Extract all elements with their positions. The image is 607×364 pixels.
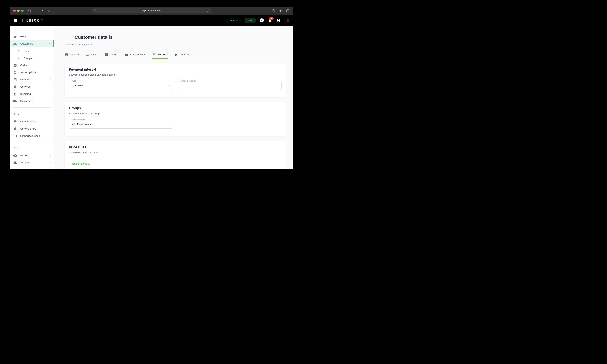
sidebar-item-embedded-shop[interactable]: Embedded Shop bbox=[10, 132, 54, 140]
field-label: Select groups bbox=[71, 118, 86, 121]
orders-icon bbox=[13, 64, 17, 67]
logo-text: ENTORIT bbox=[26, 18, 43, 22]
subscriptions-icon bbox=[124, 53, 128, 56]
tabs-overview-icon[interactable] bbox=[286, 9, 290, 13]
sidebar-item-service-shop[interactable]: Service Shop bbox=[10, 125, 54, 132]
sidebar-item-label: Support bbox=[20, 161, 29, 164]
services-icon bbox=[13, 85, 17, 89]
minimize-button[interactable] bbox=[17, 10, 20, 12]
reader-icon[interactable] bbox=[94, 9, 97, 13]
sidebar-toggle-icon[interactable] bbox=[27, 9, 31, 13]
tab-orders[interactable]: Orders bbox=[105, 53, 118, 59]
payment-interval-input[interactable]: Payment interval 1 bbox=[177, 81, 282, 90]
app-body: Home Customers Users Groups Orders $ bbox=[10, 26, 293, 169]
sidebar-section-shop: SHOP bbox=[10, 113, 54, 115]
page-title: Customer details bbox=[75, 35, 113, 40]
tab-featured[interactable]: Featured bbox=[174, 53, 190, 59]
chevron-right-icon bbox=[49, 100, 51, 102]
demo-badge: DEMO bbox=[245, 18, 255, 23]
groups-card: Groups Add customer to any group Select … bbox=[65, 102, 286, 136]
tab-subscriptions[interactable]: Subscriptions bbox=[124, 53, 146, 59]
breadcrumb-separator-icon bbox=[79, 44, 80, 45]
tab-settings[interactable]: Settings bbox=[152, 53, 168, 59]
card-description: Add customer to any group bbox=[69, 112, 282, 115]
window-controls bbox=[13, 10, 24, 12]
clipboard-check-icon bbox=[105, 53, 108, 56]
menu-icon[interactable] bbox=[14, 19, 17, 22]
dropdown-chevron-icon bbox=[168, 123, 171, 126]
bell-icon[interactable]: 2 bbox=[268, 18, 272, 23]
tab-bar: General Users Orders Subscriptions Setti… bbox=[65, 53, 286, 59]
sidebar-item-label: Embedded Shop bbox=[20, 134, 40, 137]
field-value: In arrears bbox=[72, 84, 84, 87]
chevron-down-icon[interactable] bbox=[33, 9, 35, 13]
sidebar-item-label: Users bbox=[24, 50, 30, 52]
sidebar-item-services[interactable]: Services bbox=[10, 83, 54, 90]
sidebar-item-home[interactable]: Home bbox=[10, 33, 54, 40]
support-icon bbox=[13, 161, 17, 164]
centorit-c-network-icon bbox=[22, 18, 26, 23]
sidebar-item-deliveries[interactable]: Deliveries bbox=[10, 97, 54, 105]
tab-users[interactable]: Users bbox=[86, 53, 98, 59]
sidebar-item-users[interactable]: Users bbox=[10, 47, 54, 54]
header-actions: CentorIT DEMO ? 2 bbox=[226, 18, 289, 23]
breadcrumb-parent[interactable]: Customers bbox=[65, 43, 77, 46]
sidebar-item-groups[interactable]: Groups bbox=[10, 54, 54, 62]
sidebar-item-customers[interactable]: Customers bbox=[10, 40, 54, 47]
forward-icon[interactable] bbox=[47, 9, 51, 13]
sidebar-item-label: Orders bbox=[20, 64, 28, 67]
back-button[interactable] bbox=[65, 36, 68, 39]
close-button[interactable] bbox=[13, 10, 16, 12]
chevron-down-icon bbox=[49, 42, 52, 45]
payment-interval-card: Payment interval Set your desired defaul… bbox=[65, 63, 286, 97]
sidebar-item-product-shop[interactable]: Product Shop bbox=[10, 118, 54, 125]
chevron-right-icon bbox=[49, 64, 51, 66]
sidebar-item-products[interactable]: Products bbox=[10, 76, 54, 83]
reload-icon[interactable] bbox=[206, 9, 209, 13]
type-select[interactable]: Type In arrears bbox=[69, 81, 173, 90]
browser-toolbar: app.zaveitdemo.io bbox=[10, 7, 293, 15]
sidebar-item-label: Subscriptions bbox=[20, 71, 36, 74]
sidebar-item-label: Backup bbox=[20, 154, 29, 157]
sidebar-item-invoicing[interactable]: Invoicing bbox=[10, 90, 54, 97]
field-value: 1 bbox=[180, 84, 182, 87]
zoom-button[interactable] bbox=[21, 10, 24, 12]
sidebar-divider bbox=[13, 142, 51, 143]
sidebar-section-apps: APPS bbox=[10, 146, 54, 149]
org-badge[interactable]: CentorIT bbox=[226, 18, 241, 23]
product-shop-icon bbox=[13, 120, 17, 123]
star-icon bbox=[174, 53, 178, 56]
chevron-right-icon bbox=[49, 78, 51, 81]
customers-icon bbox=[13, 42, 17, 46]
svg-text:$: $ bbox=[15, 72, 15, 73]
subscriptions-icon: $ bbox=[13, 71, 17, 74]
help-icon[interactable]: ? bbox=[259, 18, 264, 23]
sidebar-item-orders[interactable]: Orders bbox=[10, 62, 54, 69]
panel-right-icon[interactable] bbox=[285, 18, 289, 23]
add-price-rule-label: Add price rule bbox=[72, 162, 90, 165]
add-price-rule-button[interactable]: + Add price rule bbox=[69, 162, 90, 165]
sidebar-item-label: Services bbox=[20, 85, 30, 88]
sidebar-item-support[interactable]: Support bbox=[10, 159, 54, 166]
app-logo: ENTORIT bbox=[22, 18, 43, 23]
address-bar[interactable]: app.zaveitdemo.io bbox=[92, 8, 211, 13]
app-header: ENTORIT CentorIT DEMO ? 2 bbox=[10, 15, 293, 26]
dropdown-chevron-icon bbox=[168, 84, 171, 87]
invoicing-icon bbox=[13, 92, 17, 96]
select-groups-dropdown[interactable]: Select groups VIP Customers bbox=[69, 120, 173, 129]
breadcrumb-current[interactable]: ThundrIT bbox=[82, 43, 92, 46]
sidebar-item-subscriptions[interactable]: $ Subscriptions bbox=[10, 69, 54, 76]
gear-icon bbox=[152, 53, 156, 56]
new-tab-icon[interactable] bbox=[279, 9, 282, 13]
sidebar-item-label: Products bbox=[20, 78, 31, 81]
sidebar-item-label: Service Shop bbox=[20, 127, 36, 130]
tab-general[interactable]: General bbox=[65, 53, 79, 59]
sidebar-item-backup[interactable]: Backup bbox=[10, 152, 54, 159]
chevron-right-icon bbox=[49, 154, 51, 156]
avatar-icon[interactable] bbox=[276, 18, 281, 23]
back-icon[interactable] bbox=[41, 9, 45, 13]
sidebar-divider bbox=[13, 107, 51, 108]
field-value: VIP Customers bbox=[72, 123, 91, 126]
home-icon bbox=[13, 35, 17, 39]
share-icon[interactable] bbox=[272, 9, 275, 13]
